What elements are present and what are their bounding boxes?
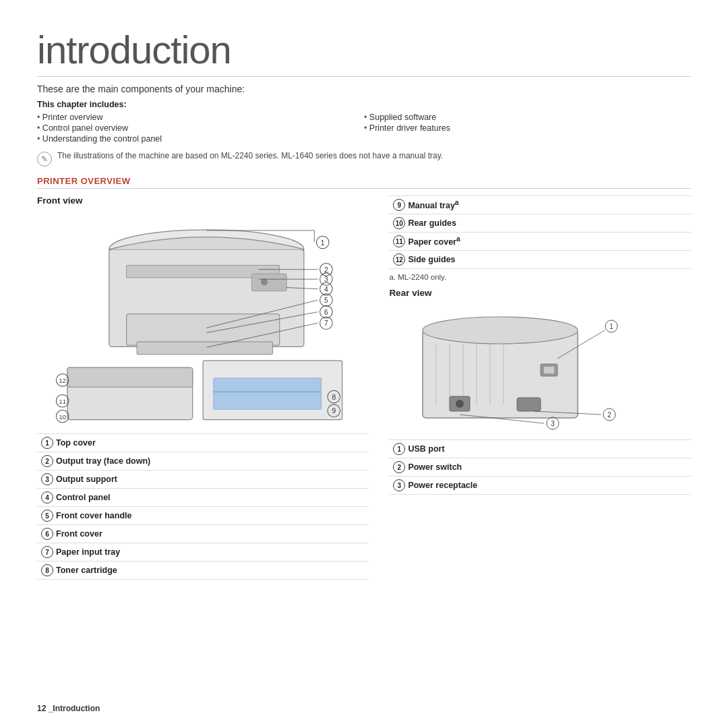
svg-rect-5 (127, 314, 280, 345)
section-title: PRINTER OVERVIEW (37, 176, 691, 189)
part-number: 12 (393, 253, 405, 266)
table-row: 3Output support (37, 471, 369, 489)
table-row: 12Side guides (389, 251, 691, 269)
table-row: 7Paper input tray (37, 543, 369, 562)
note-icon: ✎ (37, 152, 52, 166)
rear-parts-table: 1USB port2Power switch3Power receptacle (389, 439, 691, 495)
front-view-diagram: 1 2 3 4 (37, 211, 369, 427)
part-label: Power switch (408, 462, 462, 472)
chapter-item: Understanding the control panel (37, 133, 364, 144)
svg-text:9: 9 (332, 407, 336, 415)
front-parts-table: 1Top cover2Output tray (face down)3Outpu… (37, 433, 369, 580)
svg-rect-30 (67, 367, 193, 387)
svg-text:2: 2 (608, 411, 612, 419)
svg-text:3: 3 (551, 420, 555, 427)
part-label: Front cover handle (56, 511, 132, 520)
svg-text:4: 4 (324, 286, 328, 293)
svg-rect-3 (251, 274, 286, 291)
part-number: 7 (41, 546, 53, 558)
rear-view-title: Rear view (389, 288, 691, 298)
part-label: Power receptacle (408, 481, 477, 490)
part-number: 10 (393, 217, 405, 229)
part-number: 3 (41, 473, 53, 485)
front-view-title: Front view (37, 195, 369, 206)
part-number: 6 (41, 528, 53, 540)
part-label: Output support (56, 475, 117, 484)
main-content: Front view (37, 195, 691, 580)
svg-text:3: 3 (324, 276, 328, 283)
svg-text:11: 11 (59, 398, 66, 405)
chapter-item: Printer driver features (364, 123, 691, 133)
svg-rect-38 (214, 378, 322, 409)
chapter-item: Printer overview (37, 112, 364, 123)
page-footer: 12 _Introduction (37, 704, 100, 713)
chapter-col1: Printer overviewControl panel overviewUn… (37, 112, 364, 144)
part-label: Paper input tray (56, 547, 120, 557)
part-number: 9 (393, 199, 405, 211)
svg-text:2: 2 (324, 266, 328, 274)
table-row: 10Rear guides (389, 214, 691, 233)
part-label: Control panel (56, 493, 111, 502)
table-row: 1USB port (389, 440, 691, 458)
part-label: USB port (408, 444, 444, 454)
rear-view-diagram: 1 2 3 (389, 303, 691, 431)
part-label: Output tray (face down) (56, 456, 150, 466)
part-number: 2 (393, 461, 405, 473)
table-row: 2Power switch (389, 458, 691, 477)
svg-text:5: 5 (324, 297, 328, 304)
svg-rect-6 (137, 342, 272, 355)
part-number: 4 (41, 491, 53, 504)
part-number: 2 (41, 455, 53, 467)
table-row: 9Manual traya (389, 196, 691, 214)
note-box: ✎ The illustrations of the machine are b… (37, 151, 691, 166)
svg-rect-54 (517, 398, 541, 411)
svg-point-4 (261, 278, 268, 285)
part-number: 5 (41, 510, 53, 522)
svg-text:10: 10 (59, 414, 66, 421)
part-number: 3 (393, 479, 405, 491)
right-panel: 9Manual traya10Rear guides11Paper covera… (389, 195, 691, 580)
svg-text:1: 1 (321, 239, 325, 247)
table-row: 3Power receptacle (389, 477, 691, 495)
part-label: Rear guides (408, 218, 456, 228)
chapter-includes-label: This chapter includes: (37, 100, 691, 109)
part-label: Manual traya (408, 199, 458, 210)
part-label: Toner cartridge (56, 566, 117, 575)
part-number: 1 (41, 437, 53, 449)
table-row: 8Toner cartridge (37, 562, 369, 580)
chapter-includes-list: Printer overviewControl panel overviewUn… (37, 112, 691, 144)
front-view-svg: 1 2 3 4 (37, 211, 369, 427)
table-row: 1Top cover (37, 434, 369, 452)
svg-rect-53 (544, 367, 554, 373)
right-parts-table: 9Manual traya10Rear guides11Paper covera… (389, 195, 691, 269)
table-row: 5Front cover handle (37, 507, 369, 525)
part-label: Front cover (56, 529, 102, 539)
note-text: The illustrations of the machine are bas… (57, 151, 443, 160)
svg-point-56 (456, 400, 464, 408)
rear-view-svg: 1 2 3 (389, 303, 638, 431)
part-number: 11 (393, 235, 405, 247)
part-number: 8 (41, 564, 53, 576)
svg-text:6: 6 (324, 309, 328, 316)
part-label: Side guides (408, 255, 455, 264)
table-row: 4Control panel (37, 489, 369, 507)
subtitle: These are the main components of your ma… (37, 84, 691, 94)
front-view-panel: Front view (37, 195, 369, 580)
chapter-item: Control panel overview (37, 123, 364, 133)
svg-text:12: 12 (59, 377, 66, 384)
chapter-item: Supplied software (364, 112, 691, 123)
table-row: 6Front cover (37, 525, 369, 543)
table-row: 11Paper covera (389, 233, 691, 251)
part-number: 1 (393, 443, 405, 455)
table-row: 2Output tray (face down) (37, 452, 369, 471)
svg-text:1: 1 (610, 323, 614, 330)
svg-text:7: 7 (324, 320, 328, 327)
svg-text:8: 8 (332, 394, 336, 401)
chapter-col2: Supplied softwarePrinter driver features (364, 112, 691, 144)
footnote: a. ML-2240 only. (389, 273, 691, 281)
part-label: Paper covera (408, 235, 460, 247)
svg-point-45 (423, 317, 578, 344)
page-title: introduction (37, 27, 691, 77)
part-label: Top cover (56, 438, 96, 448)
